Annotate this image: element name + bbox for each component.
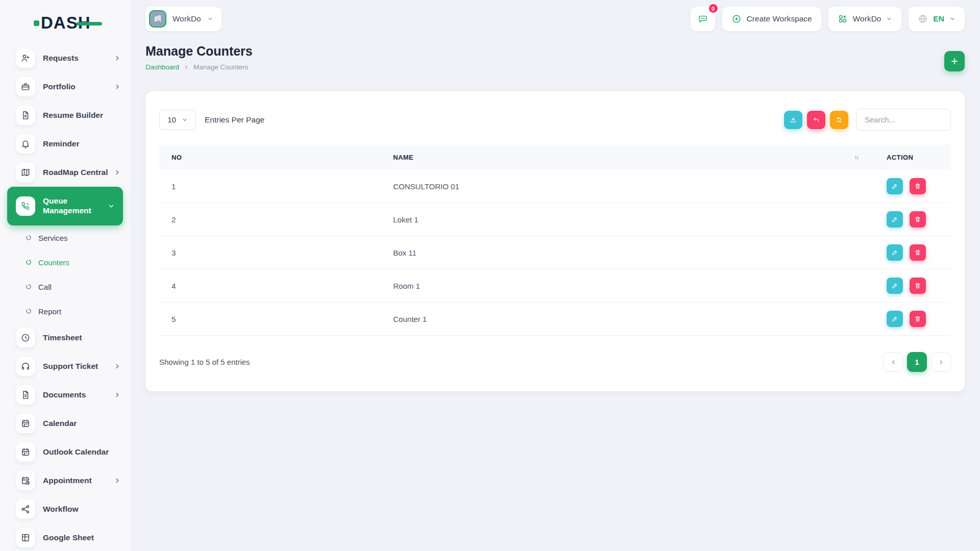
table-row: 2 Loket 1: [159, 203, 951, 236]
table-controls: 10 Entries Per Page: [159, 109, 951, 131]
sidebar-subitem-label: Call: [38, 283, 52, 291]
sidebar-item-support-ticket[interactable]: Support Ticket: [0, 352, 130, 381]
toolbar: [784, 111, 848, 129]
search-input[interactable]: [856, 109, 951, 131]
counters-table: NO NAME ACTION 1 CONSULTORIO 01 2: [159, 145, 951, 336]
add-counter-button[interactable]: +: [944, 51, 965, 71]
language-selector[interactable]: EN: [909, 7, 965, 31]
cell-no: 1: [159, 170, 381, 203]
delete-button[interactable]: [910, 311, 926, 327]
sidebar-subitem-call[interactable]: Call: [0, 274, 130, 299]
workdo-menu-button[interactable]: WorkDo: [828, 7, 902, 31]
create-workspace-button[interactable]: Create Workspace: [722, 7, 821, 31]
cell-action: [874, 170, 951, 203]
sidebar-item-label: Google Sheet: [43, 533, 94, 543]
calendar-clock-icon: [16, 471, 35, 490]
cell-no: 3: [159, 236, 381, 269]
trash-icon: [914, 282, 921, 289]
pagination-prev-button[interactable]: [883, 352, 903, 372]
chevron-down-icon: [886, 16, 892, 22]
chat-bubble-icon: [698, 14, 708, 24]
sidebar-item-documents[interactable]: Documents: [0, 381, 130, 409]
chevron-down-icon: [949, 16, 955, 22]
sidebar-item-requests[interactable]: Requests: [0, 44, 130, 72]
create-workspace-label: Create Workspace: [747, 14, 812, 23]
cell-name: Room 1: [381, 269, 874, 303]
sidebar-item-queue-management[interactable]: Queue Management: [7, 187, 123, 226]
sidebar-subitem-report[interactable]: Report: [0, 299, 130, 323]
circle-icon: [26, 235, 32, 241]
undo-button[interactable]: [807, 111, 825, 129]
entries-per-page-value: 10: [167, 115, 176, 124]
calendar-icon: [16, 442, 35, 462]
breadcrumb-dashboard-link[interactable]: Dashboard: [145, 63, 179, 71]
sidebar-subitem-counters[interactable]: Counters: [0, 250, 130, 274]
sidebar-item-label: Portfolio: [43, 82, 76, 92]
sidebar-subitem-label: Report: [38, 307, 61, 316]
pagination-next-button[interactable]: [931, 352, 951, 372]
page-title: Manage Counters: [145, 44, 965, 59]
clock-icon: [16, 328, 35, 347]
sidebar-item-label: Outlook Calendar: [43, 447, 109, 457]
sidebar-item-appointment[interactable]: Appointment: [0, 466, 130, 495]
sidebar-item-reminder[interactable]: Reminder: [0, 130, 130, 158]
sidebar-item-google-sheet[interactable]: Google Sheet: [0, 523, 130, 551]
entries-per-page-select[interactable]: 10: [159, 110, 196, 130]
sidebar-item-label: Resume Builder: [43, 111, 103, 120]
dash-logo[interactable]: DASH: [0, 0, 130, 33]
sidebar-item-timesheet[interactable]: Timesheet: [0, 323, 130, 352]
sidebar-item-portfolio[interactable]: Portfolio: [0, 72, 130, 101]
cell-name: Loket 1: [381, 203, 874, 236]
plus-circle-icon: [731, 14, 742, 24]
file-icon: [16, 385, 35, 405]
chevron-right-icon: [183, 64, 189, 70]
pencil-icon: [891, 249, 898, 256]
cell-name: Box 11: [381, 236, 874, 269]
delete-button[interactable]: [910, 278, 926, 294]
cell-no: 4: [159, 269, 381, 303]
workspace-switcher[interactable]: WorkDo: [145, 7, 222, 31]
sidebar-item-label: RoadMap Central: [43, 168, 108, 178]
delete-button[interactable]: [910, 211, 926, 228]
column-header-name[interactable]: NAME: [381, 145, 874, 170]
building-icon: [149, 10, 166, 28]
sidebar-menu: Requests Portfolio Resume Builder Remind…: [0, 33, 130, 551]
sidebar-item-label: Appointment: [43, 476, 92, 486]
refresh-button[interactable]: [830, 111, 848, 129]
sidebar-item-calendar[interactable]: Calendar: [0, 409, 130, 438]
cell-action: [874, 303, 951, 336]
sidebar-item-roadmap-central[interactable]: RoadMap Central: [0, 158, 130, 187]
sidebar-item-label: Workflow: [43, 505, 78, 514]
sidebar-subitem-services[interactable]: Services: [0, 226, 130, 250]
chevron-right-icon: [114, 83, 121, 90]
download-button[interactable]: [784, 111, 802, 129]
edit-button[interactable]: [887, 278, 903, 294]
logo-text: DAS: [41, 13, 78, 33]
bell-icon: [16, 134, 35, 154]
chevron-right-icon: [114, 391, 121, 398]
messages-badge: 0: [708, 3, 719, 14]
table-header-row: NO NAME ACTION: [159, 145, 951, 170]
headphones-icon: [16, 357, 35, 376]
sort-icon[interactable]: [853, 154, 860, 161]
sidebar-item-label: Calendar: [43, 419, 77, 429]
sidebar: DASH Requests Portfolio Resume Builder: [0, 0, 130, 551]
edit-button[interactable]: [887, 178, 903, 194]
table-row: 5 Counter 1: [159, 303, 951, 336]
edit-button[interactable]: [887, 211, 903, 228]
delete-button[interactable]: [910, 244, 926, 261]
column-header-no[interactable]: NO: [159, 145, 381, 170]
delete-button[interactable]: [910, 178, 926, 194]
pagination-page-1-button[interactable]: 1: [907, 352, 927, 372]
messages-button[interactable]: 0: [691, 7, 715, 31]
workspace-name: WorkDo: [173, 14, 201, 23]
sidebar-item-resume-builder[interactable]: Resume Builder: [0, 101, 130, 130]
share-icon: [16, 499, 35, 519]
phone-call-icon: [16, 196, 35, 216]
file-text-icon: [16, 106, 35, 125]
edit-button[interactable]: [887, 311, 903, 327]
sidebar-item-workflow[interactable]: Workflow: [0, 495, 130, 523]
sidebar-item-outlook-calendar[interactable]: Outlook Calendar: [0, 438, 130, 466]
sidebar-item-label: Support Ticket: [43, 362, 98, 371]
edit-button[interactable]: [887, 244, 903, 261]
